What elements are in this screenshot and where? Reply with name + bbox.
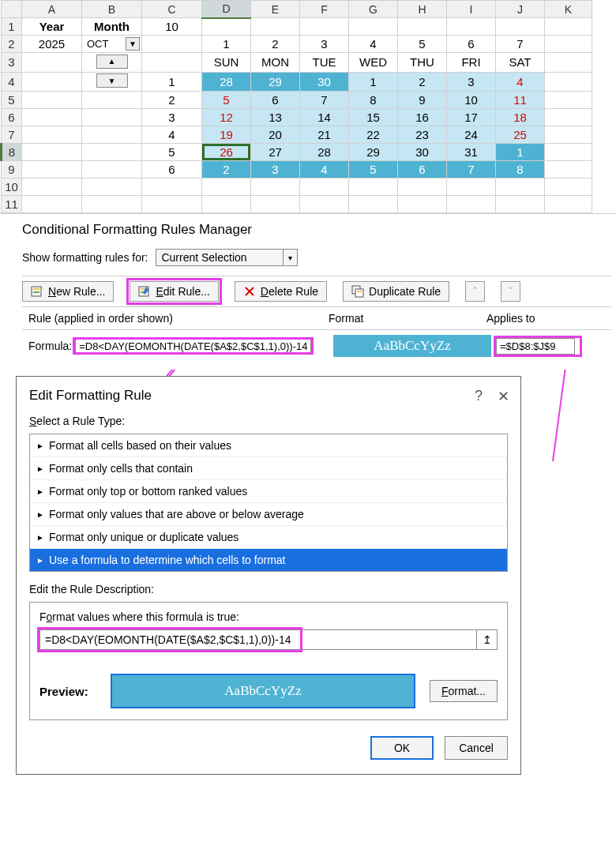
rule-type-option[interactable]: ►Format only unique or duplicate values [30,526,507,549]
cell-F5[interactable]: 7 [300,92,349,109]
cell-A11[interactable] [22,196,82,213]
cell-D3[interactable]: SUN [202,53,251,73]
cell-D10[interactable] [202,178,251,196]
grid[interactable]: ABCDEFGHIJK1YearMonth1022025OCT▼12345673… [0,0,592,213]
cell-D6[interactable]: 12 [202,109,251,126]
cell-D2[interactable]: 1 [202,36,251,53]
cell-E2[interactable]: 2 [251,36,300,53]
cell-J11[interactable] [496,196,545,213]
cell-C6[interactable]: 3 [142,109,202,126]
cell-E5[interactable]: 6 [251,92,300,109]
cell-D11[interactable] [202,196,251,213]
rule-type-list[interactable]: ►Format all cells based on their values►… [29,434,508,572]
cell-D7[interactable]: 19 [202,126,251,144]
move-up-button[interactable]: ˄ [465,281,485,302]
cancel-button[interactable]: Cancel [445,736,508,760]
ok-button[interactable]: OK [370,736,434,760]
cell-K9[interactable] [545,161,592,178]
cell-H4[interactable]: 2 [398,72,447,92]
cell-C1[interactable]: 10 [142,18,202,36]
cell-C5[interactable]: 2 [142,92,202,109]
cell-I3[interactable]: FRI [447,53,496,73]
cell-D9[interactable]: 2 [202,161,251,178]
cell-F1[interactable] [300,18,349,36]
cell-F4[interactable]: 30 [300,72,349,92]
cell-I11[interactable] [447,196,496,213]
cell-F7[interactable]: 21 [300,126,349,144]
cell-K6[interactable] [545,109,592,126]
cell-J9[interactable]: 8 [496,161,545,178]
cell-F9[interactable]: 4 [300,161,349,178]
cell-J5[interactable]: 11 [496,92,545,109]
cell-E10[interactable] [251,178,300,196]
cell-H10[interactable] [398,178,447,196]
cell-K1[interactable] [545,18,592,36]
cell-B7[interactable] [82,126,142,144]
cell-G11[interactable] [349,196,398,213]
help-icon[interactable]: ? [475,388,483,404]
month-dropdown-icon[interactable]: ▼ [126,37,140,51]
range-picker-icon[interactable]: ↥ [476,630,497,649]
cell-H1[interactable] [398,18,447,36]
cell-B9[interactable] [82,161,142,178]
cell-J10[interactable] [496,178,545,196]
cell-G4[interactable]: 1 [349,72,398,92]
cell-E4[interactable]: 29 [251,72,300,92]
cell-K11[interactable] [545,196,592,213]
cell-J2[interactable]: 7 [496,36,545,53]
cell-A5[interactable] [22,92,82,109]
cell-E3[interactable]: MON [251,53,300,73]
cell-C3[interactable] [142,53,202,73]
cell-H2[interactable]: 5 [398,36,447,53]
cell-K2[interactable] [545,36,592,53]
cell-F10[interactable] [300,178,349,196]
rule-type-option[interactable]: ►Format all cells based on their values [30,434,507,457]
edit-rule-button[interactable]: Edit Rule... [130,281,218,302]
cell-J4[interactable]: 4 [496,72,545,92]
cell-D8[interactable]: 26 [202,144,251,161]
cell-I9[interactable]: 7 [447,161,496,178]
cell-E7[interactable]: 20 [251,126,300,144]
cell-H9[interactable]: 6 [398,161,447,178]
cell-A4[interactable] [22,72,82,92]
cell-F6[interactable]: 14 [300,109,349,126]
cell-A10[interactable] [22,178,82,196]
cell-F2[interactable]: 3 [300,36,349,53]
cell-G7[interactable]: 22 [349,126,398,144]
rule-type-option[interactable]: ►Use a formula to determine which cells … [30,549,507,571]
cell-B4[interactable]: ▼ [82,72,142,92]
cell-J6[interactable]: 18 [496,109,545,126]
cell-B2[interactable]: OCT▼ [82,36,142,53]
rule-row[interactable]: Formula: =D8<DAY(EOMONTH(DATE($A$2,$C$1,… [22,330,611,362]
cell-K10[interactable] [545,178,592,196]
cell-C2[interactable] [142,36,202,53]
cell-A7[interactable] [22,126,82,144]
cell-K4[interactable] [545,72,592,92]
cell-D4[interactable]: 28 [202,72,251,92]
rule-type-option[interactable]: ►Format only values that are above or be… [30,503,507,526]
format-button[interactable]: Format... [430,680,498,702]
show-rules-for-select[interactable]: Current Selection ▾ [156,249,298,266]
rule-type-option[interactable]: ►Format only top or bottom ranked values [30,480,507,503]
cell-J7[interactable]: 25 [496,126,545,144]
cell-J1[interactable] [496,18,545,36]
cell-G9[interactable]: 5 [349,161,398,178]
cell-D5[interactable]: 5 [202,92,251,109]
cell-A2[interactable]: 2025 [22,36,82,53]
cell-G5[interactable]: 8 [349,92,398,109]
cell-A1[interactable]: Year [22,18,82,36]
move-down-button[interactable]: ˅ [501,281,520,302]
cell-H5[interactable]: 9 [398,92,447,109]
cell-H8[interactable]: 30 [398,144,447,161]
cell-J3[interactable]: SAT [496,53,545,73]
cell-B10[interactable] [82,178,142,196]
cell-G1[interactable] [349,18,398,36]
formula-input[interactable] [40,630,476,649]
cell-H6[interactable]: 16 [398,109,447,126]
cell-I4[interactable]: 3 [447,72,496,92]
cell-E8[interactable]: 27 [251,144,300,161]
cell-J8[interactable]: 1 [496,144,545,161]
cell-E1[interactable] [251,18,300,36]
cell-B3[interactable]: ▲ [82,53,142,73]
cell-C9[interactable]: 6 [142,161,202,178]
